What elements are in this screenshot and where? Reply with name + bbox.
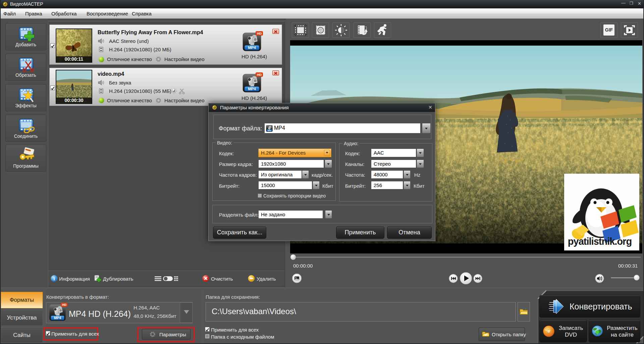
svg-text:i: i xyxy=(54,276,55,281)
svg-text:pyatilistnik.org: pyatilistnik.org xyxy=(568,236,632,247)
svg-text:©: © xyxy=(319,28,322,33)
